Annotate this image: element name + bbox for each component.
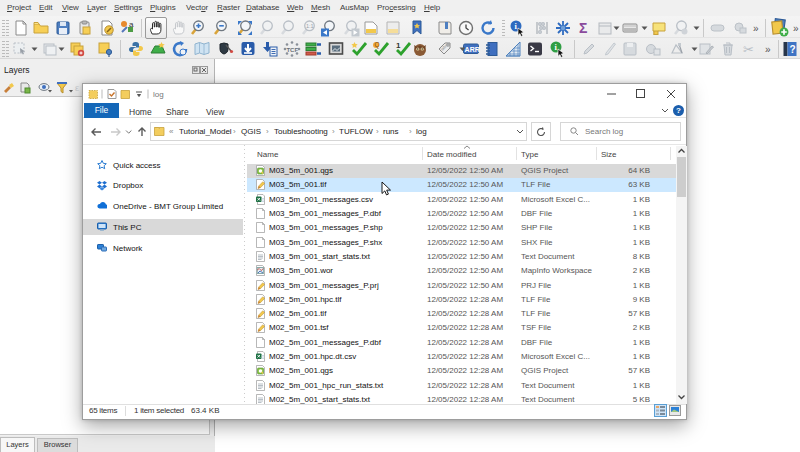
svg-text:a: a bbox=[129, 20, 134, 29]
svg-text:1:1: 1:1 bbox=[306, 23, 314, 29]
svg-text:✂: ✂ bbox=[743, 42, 754, 57]
svg-text:1: 1 bbox=[396, 41, 401, 50]
svg-text:?: ? bbox=[790, 44, 796, 55]
svg-text:»: » bbox=[753, 23, 759, 34]
svg-text:ARR: ARR bbox=[465, 46, 480, 53]
svg-text:Q: Q bbox=[374, 41, 379, 49]
svg-text:Σ: Σ bbox=[579, 20, 587, 36]
svg-text:ε: ε bbox=[75, 83, 79, 93]
svg-text:TCF: TCF bbox=[286, 47, 298, 53]
svg-text:»: » bbox=[793, 23, 799, 34]
svg-text:»: » bbox=[765, 44, 771, 55]
